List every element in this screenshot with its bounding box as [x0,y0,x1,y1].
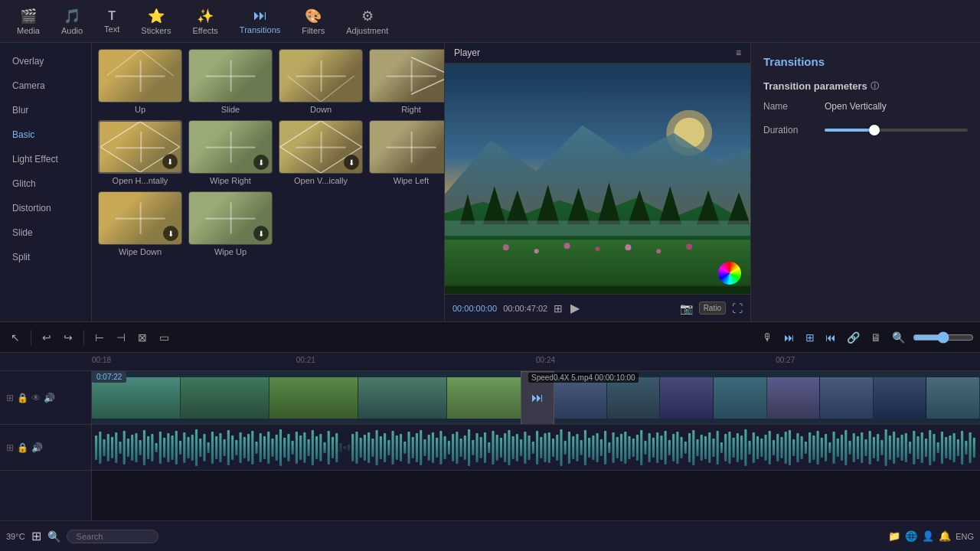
svg-rect-96 [323,442,325,453]
grid-view-btn[interactable]: ⊞ [554,302,563,315]
nav-item-transitions[interactable]: ⏭ Transitions [229,5,291,37]
svg-rect-182 [668,440,671,455]
svg-rect-190 [701,435,703,461]
svg-rect-152 [548,432,550,463]
monitor-btn[interactable]: 🖥 [867,328,884,347]
link-btn[interactable]: 🔗 [844,328,863,347]
svg-rect-85 [279,429,282,466]
track-lock-icon[interactable]: 🔒 [17,393,28,403]
nav-item-stickers[interactable]: ⭐ Stickers [130,5,181,38]
track-audio-icon[interactable]: 🔊 [44,393,55,403]
screenshot-btn[interactable]: 📷 [680,302,693,315]
slider-fill [825,129,874,132]
redo-btn[interactable]: ↪ [59,328,77,347]
sidebar-item-glitch[interactable]: Glitch [3,172,88,195]
sidebar-item-overlay[interactable]: Overlay [3,50,88,73]
sidebar-item-split[interactable]: Split [3,246,88,269]
play-button[interactable]: ▶ [569,299,581,317]
download-button-open-h[interactable]: ⬇ [162,154,178,169]
transition-item-up[interactable]: Up [98,49,182,114]
nav-item-filters[interactable]: 🎨 Filters [291,5,335,38]
timeline-toolbar: ↖ ↩ ↪ ⊢ ⊣ ⊠ ▭ 🎙 ⏭ ⊞ ⏮ 🔗 🖥 🔍 [0,322,980,353]
svg-rect-140 [500,438,502,458]
track-btn3[interactable]: ⏮ [822,328,839,347]
sidebar-item-slide[interactable]: Slide [3,221,88,244]
svg-rect-199 [737,433,739,462]
mic-btn[interactable]: 🎙 [760,328,776,347]
download-button-open-v[interactable]: ⬇ [344,155,359,170]
slider-thumb[interactable] [869,125,880,135]
transition-item-wipe-left[interactable]: Wipe Left [369,120,444,185]
zoom-out-btn[interactable]: 🔍 [889,328,908,347]
svg-rect-205 [760,439,763,457]
track-visible-icon[interactable]: 👁 [31,393,41,403]
player-menu-icon[interactable]: ≡ [736,47,741,58]
taskbar-folder-icon[interactable]: 📁 [888,530,900,542]
svg-rect-43 [111,437,113,458]
split-btn2[interactable]: ⊣ [112,328,130,347]
svg-rect-121 [423,439,426,456]
transition-label-down: Down [310,105,332,114]
sidebar-item-blur[interactable]: Blur [3,99,88,122]
transition-item-open-vertically[interactable]: ⬇ Open V...ically [279,120,363,185]
video-track-label: ⊞ 🔒 👁 🔊 [0,371,91,425]
nav-item-adjustment[interactable]: ⚙ Adjustment [335,5,399,38]
track-btn1[interactable]: ⏭ [781,328,798,347]
zoom-slider[interactable] [913,331,974,344]
transition-item-wipe-right[interactable]: ⬇ Wipe Right [188,120,273,185]
download-button-wipe-down[interactable]: ⬇ [163,226,178,241]
transition-label-up: Up [135,105,145,114]
audio-track[interactable] [92,425,980,471]
windows-icon[interactable]: ⊞ [31,529,41,543]
audio-expand-icon[interactable]: ⊞ [6,442,14,453]
ratio-button[interactable]: Ratio [699,302,726,315]
svg-rect-216 [805,442,807,454]
transition-item-open-horizontally[interactable]: ⬇ Open H...ntally [98,120,182,185]
nav-item-media[interactable]: 🎬 Media [6,5,51,38]
svg-rect-134 [475,433,478,462]
sidebar-item-basic[interactable]: Basic [3,123,88,146]
taskbar-bell-icon[interactable]: 🔔 [939,530,951,542]
transition-item-wipe-up[interactable]: ⬇ Wipe Up [188,191,273,256]
transition-item-down[interactable]: Down [279,49,363,114]
nav-item-effects[interactable]: ✨ Effects [181,5,228,38]
video-track[interactable]: ⏭ Speed0.4X 5.mp4 00:00:10:00 [92,371,980,425]
select-tool-btn[interactable]: ↖ [6,328,24,347]
taskbar-person-icon[interactable]: 👤 [922,530,934,542]
split-btn[interactable]: ⊢ [90,328,109,347]
transition-label-open-v: Open V...ically [294,176,348,185]
crop-btn[interactable]: ▭ [155,328,174,347]
search-icon[interactable]: 🔍 [47,530,60,543]
sidebar-item-camera[interactable]: Camera [3,74,88,97]
download-button-wipe-up[interactable]: ⬇ [253,226,269,241]
sidebar-item-light-effect[interactable]: Light Effect [3,148,88,171]
nav-item-audio[interactable]: 🎵 Audio [51,5,93,38]
svg-rect-63 [191,435,194,461]
track-btn2[interactable]: ⊞ [802,328,818,347]
track-expand-icon[interactable]: ⊞ [6,393,14,403]
svg-rect-193 [712,439,714,457]
split-btn3[interactable]: ⊠ [133,328,152,347]
audio-lock-icon[interactable]: 🔒 [17,442,28,453]
transition-item-wipe-down[interactable]: ⬇ Wipe Down [98,191,182,256]
taskbar-chrome-icon[interactable]: 🌐 [905,530,917,542]
transition-label-wipe-up: Wipe Up [214,247,247,256]
adjustment-icon: ⚙ [361,8,374,24]
undo-btn[interactable]: ↩ [38,328,56,347]
svg-rect-74 [235,440,237,455]
effects-icon: ✨ [197,8,214,24]
sidebar-item-distortion[interactable]: Distortion [3,197,88,220]
svg-rect-194 [717,431,719,465]
taskbar-search[interactable] [67,530,158,543]
transition-item-right[interactable]: Right [369,49,444,114]
svg-rect-168 [612,432,614,463]
fullscreen-btn[interactable]: ⛶ [732,302,743,315]
svg-rect-108 [371,439,374,457]
svg-rect-104 [355,432,358,464]
download-button-wipe-right[interactable]: ⬇ [253,155,269,170]
svg-rect-153 [552,439,554,457]
duration-slider[interactable] [825,122,968,138]
transition-item-slide[interactable]: Slide [188,49,273,114]
audio-vol-icon[interactable]: 🔊 [31,442,43,453]
nav-item-text[interactable]: T Text [93,6,130,37]
